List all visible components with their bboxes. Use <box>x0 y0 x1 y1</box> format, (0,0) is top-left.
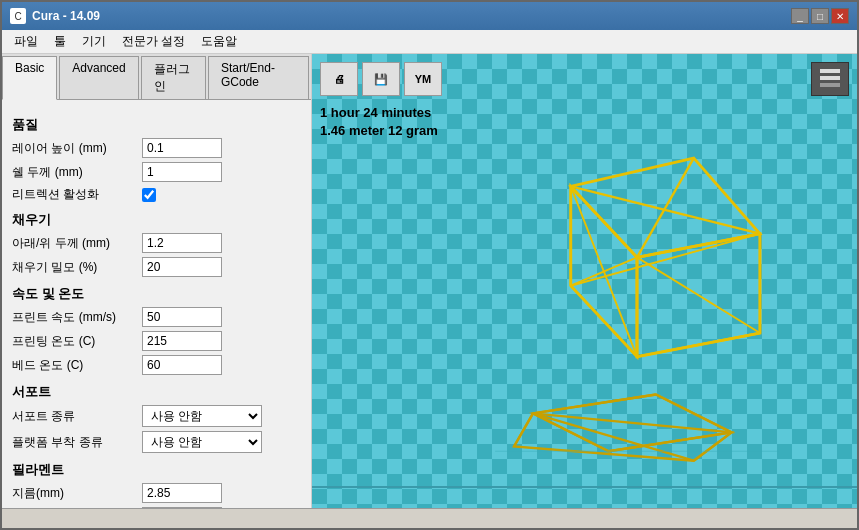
maximize-button[interactable]: □ <box>811 8 829 24</box>
printing-temp-input[interactable] <box>142 331 222 351</box>
minimize-button[interactable]: _ <box>791 8 809 24</box>
retraction-label: 리트렉션 활성화 <box>12 186 142 203</box>
layer-height-label: 레이어 높이 (mm) <box>12 140 142 157</box>
shell-thickness-input[interactable] <box>142 162 222 182</box>
menu-help[interactable]: 도움알 <box>193 31 245 52</box>
diameter-label: 지름(mm) <box>12 485 142 502</box>
print-speed-label: 프린트 속도 (mm/s) <box>12 309 142 326</box>
left-panel: Basic Advanced 플러그인 Start/End-GCode 품질 레… <box>2 54 312 508</box>
bed-temp-row: 베드 온도 (C) <box>12 355 301 375</box>
platform-adhesion-row: 플랫폼 부착 종류 사용 안함 Brim Raft <box>12 431 301 453</box>
svg-line-16 <box>637 158 694 257</box>
support-header: 서포트 <box>12 383 301 401</box>
layer-height-row: 레이어 높이 (mm) <box>12 138 301 158</box>
close-button[interactable]: ✕ <box>831 8 849 24</box>
support-type-row: 서포트 종류 사용 안함 터치 빌드 플레이트 전부 <box>12 405 301 427</box>
settings-panel: 품질 레이어 높이 (mm) 쉘 두께 (mm) 리트렉션 활성화 채우기 아래… <box>2 100 311 508</box>
retraction-row: 리트렉션 활성화 <box>12 186 301 203</box>
fill-header: 채우기 <box>12 211 301 229</box>
window-title: Cura - 14.09 <box>32 9 100 23</box>
bottom-top-thickness-row: 아래/위 두께 (mm) <box>12 233 301 253</box>
filament-header: 필라멘트 <box>12 461 301 479</box>
support-type-label: 서포트 종류 <box>12 408 142 425</box>
bottom-top-thickness-label: 아래/위 두께 (mm) <box>12 235 142 252</box>
status-bar <box>2 508 857 528</box>
shell-thickness-label: 쉘 두께 (mm) <box>12 164 142 181</box>
svg-line-5 <box>533 395 656 414</box>
layer-height-input[interactable] <box>142 138 222 158</box>
tab-bar: Basic Advanced 플러그인 Start/End-GCode <box>2 54 311 100</box>
speed-header: 속도 및 온도 <box>12 285 301 303</box>
menu-file[interactable]: 파일 <box>6 31 46 52</box>
printing-temp-row: 프린팅 온도 (C) <box>12 331 301 351</box>
bed-temp-label: 베드 온도 (C) <box>12 357 142 374</box>
svg-line-23 <box>637 257 760 333</box>
menu-device[interactable]: 기기 <box>74 31 114 52</box>
3d-model-svg <box>312 54 857 508</box>
platform-adhesion-select[interactable]: 사용 안함 Brim Raft <box>142 431 262 453</box>
printing-temp-label: 프린팅 온도 (C) <box>12 333 142 350</box>
window-controls: _ □ ✕ <box>791 8 849 24</box>
title-bar: C Cura - 14.09 _ □ ✕ <box>2 2 857 30</box>
print-speed-row: 프린트 속도 (mm/s) <box>12 307 301 327</box>
main-content: Basic Advanced 플러그인 Start/End-GCode 품질 레… <box>2 54 857 508</box>
tab-gcode[interactable]: Start/End-GCode <box>208 56 309 99</box>
fill-density-input[interactable] <box>142 257 222 277</box>
bottom-top-thickness-input[interactable] <box>142 233 222 253</box>
svg-line-24 <box>571 257 637 285</box>
svg-line-18 <box>637 333 760 357</box>
main-window: C Cura - 14.09 _ □ ✕ 파일 툴 기기 전문가 설정 도움알 … <box>0 0 859 530</box>
menu-bar: 파일 툴 기기 전문가 설정 도움알 <box>2 30 857 54</box>
print-speed-input[interactable] <box>142 307 222 327</box>
title-bar-left: C Cura - 14.09 <box>10 8 100 24</box>
bed-temp-input[interactable] <box>142 355 222 375</box>
menu-tools[interactable]: 툴 <box>46 31 74 52</box>
diameter-input[interactable] <box>142 483 222 503</box>
3d-viewport: 🖨 💾 YM 1 hour 24 minutes 1.46 meter 12 g… <box>312 54 857 508</box>
svg-line-11 <box>514 413 533 446</box>
menu-expert[interactable]: 전문가 설정 <box>114 31 193 52</box>
fill-density-row: 채우기 밀모 (%) <box>12 257 301 277</box>
shell-thickness-row: 쉘 두께 (mm) <box>12 162 301 182</box>
app-icon: C <box>10 8 26 24</box>
tab-basic[interactable]: Basic <box>2 56 57 100</box>
diameter-row: 지름(mm) <box>12 483 301 503</box>
retraction-checkbox[interactable] <box>142 188 156 202</box>
quality-header: 품질 <box>12 116 301 134</box>
support-type-select[interactable]: 사용 안함 터치 빌드 플레이트 전부 <box>142 405 262 427</box>
svg-line-17 <box>571 286 637 357</box>
platform-adhesion-label: 플랫폼 부착 종류 <box>12 434 142 451</box>
tab-plugins[interactable]: 플러그인 <box>141 56 206 99</box>
tab-advanced[interactable]: Advanced <box>59 56 138 99</box>
fill-density-label: 채우기 밀모 (%) <box>12 259 142 276</box>
viewport-divider <box>312 486 857 488</box>
